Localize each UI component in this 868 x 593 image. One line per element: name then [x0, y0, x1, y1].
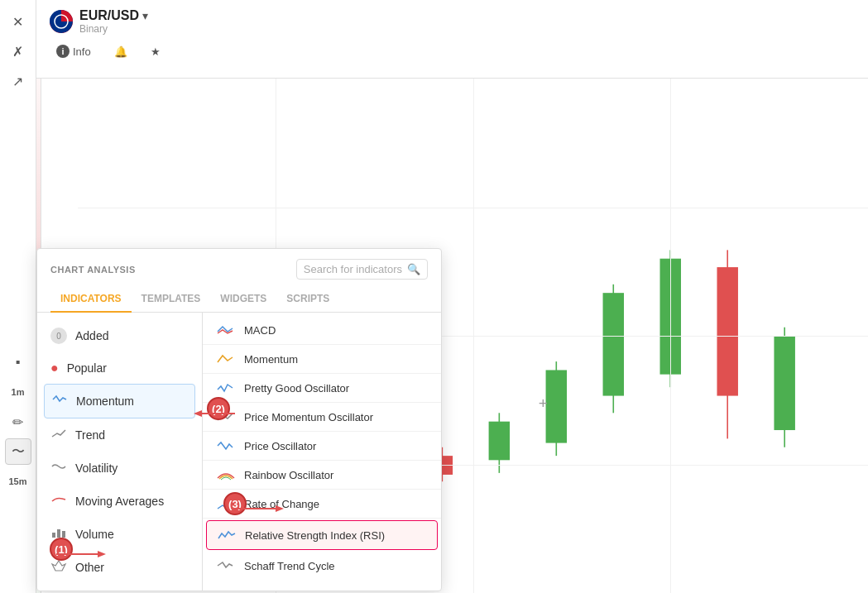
- volatility-icon: [50, 460, 67, 476]
- oscillator-button[interactable]: 〜: [5, 438, 31, 465]
- macd-label: MACD: [244, 324, 276, 337]
- panel-header: CHART ANALYSIS Search for indicators 🔍: [37, 249, 441, 280]
- tab-indicators[interactable]: INDICATORS: [50, 286, 132, 313]
- rainbow-label: Rainbow Oscillator: [244, 469, 333, 481]
- indicator-list: MACD Momentum Pretty Good Oscillator Pri…: [203, 313, 441, 577]
- panel-body: 0 Added ● Popular Momentum Trend: [37, 313, 441, 591]
- stc-label: Schaff Trend Cycle: [244, 560, 335, 572]
- tab-widgets[interactable]: WIDGETS: [210, 286, 276, 313]
- svg-rect-17: [546, 370, 567, 442]
- left-toolbar: ✕ ✗ ↗ ▪ 1m ✏ 〜 15m: [0, 0, 36, 593]
- category-volatility[interactable]: Volatility: [37, 452, 202, 485]
- rsi-label: Relative Strength Index (RSI): [245, 529, 385, 542]
- popular-label: Popular: [67, 361, 107, 375]
- panel-title: CHART ANALYSIS: [50, 265, 136, 275]
- popular-icon: ●: [50, 361, 59, 375]
- category-added[interactable]: 0 Added: [37, 319, 202, 352]
- category-popular[interactable]: ● Popular: [37, 352, 202, 384]
- star-button[interactable]: ★: [144, 42, 167, 61]
- star-icon: ★: [151, 45, 161, 58]
- search-icon[interactable]: 🔍: [407, 263, 420, 275]
- bell-icon: 🔔: [114, 45, 127, 58]
- dropdown-arrow: ▾: [142, 9, 148, 22]
- panel-tabs: INDICATORS TEMPLATES WIDGETS SCRIPTS: [37, 286, 441, 313]
- annotation-3: (3): [223, 492, 247, 515]
- currency-info: EUR/USD ▾ Binary: [50, 8, 148, 35]
- indicator-momentum[interactable]: Momentum: [203, 345, 441, 374]
- other-icon: [50, 559, 67, 576]
- currency-pair-text: EUR/USD: [79, 8, 139, 23]
- info-label: Info: [73, 45, 91, 58]
- annotation-1: (1): [50, 538, 73, 561]
- roc-label: Rate of Change: [244, 498, 319, 510]
- tab-scripts[interactable]: SCRIPTS: [276, 286, 339, 313]
- arrow-button[interactable]: ↗: [5, 68, 31, 94]
- indicator-rsi[interactable]: Relative Strength Index (RSI): [206, 520, 438, 550]
- pgo-label: Pretty Good Oscillator: [244, 382, 349, 395]
- indicator-macd[interactable]: MACD: [203, 316, 441, 345]
- svg-rect-23: [717, 267, 737, 396]
- settings-button[interactable]: ▪: [5, 349, 31, 375]
- bell-button[interactable]: 🔔: [108, 42, 134, 61]
- indicator-rainbow[interactable]: Rainbow Oscillator: [203, 461, 441, 490]
- svg-rect-25: [774, 336, 794, 430]
- search-placeholder: Search for indicators: [304, 263, 402, 275]
- po-label: Price Oscillator: [244, 440, 316, 452]
- svg-text:+: +: [539, 395, 548, 412]
- indicator-stc[interactable]: Schaff Trend Cycle: [203, 552, 441, 577]
- draw-button[interactable]: ✏: [5, 409, 31, 435]
- tf-15m-button[interactable]: 15m: [5, 468, 31, 495]
- added-count: 0: [50, 328, 67, 344]
- svg-rect-29: [62, 531, 65, 538]
- indicator-po[interactable]: Price Oscillator: [203, 432, 441, 461]
- category-moving-averages[interactable]: Moving Averages: [37, 485, 202, 518]
- svg-rect-15: [489, 422, 510, 461]
- search-bar[interactable]: Search for indicators 🔍: [296, 259, 428, 280]
- currency-type: Binary: [79, 23, 148, 35]
- svg-rect-28: [57, 529, 60, 538]
- header-actions: i Info 🔔 ★: [50, 41, 167, 61]
- pin-button[interactable]: ✗: [5, 38, 31, 65]
- indicator-pmo[interactable]: Price Momentum Oscillator: [203, 403, 441, 432]
- svg-rect-19: [603, 293, 624, 395]
- other-label: Other: [75, 561, 104, 574]
- trend-label: Trend: [75, 428, 105, 442]
- currency-flag: [50, 10, 73, 33]
- info-icon: i: [56, 45, 70, 58]
- svg-marker-30: [52, 561, 65, 571]
- momentum-label: Momentum: [76, 395, 134, 408]
- added-label: Added: [75, 329, 108, 342]
- trend-icon: [50, 427, 67, 443]
- tab-templates[interactable]: TEMPLATES: [132, 286, 211, 313]
- svg-rect-27: [52, 533, 55, 538]
- chart-analysis-panel: CHART ANALYSIS Search for indicators 🔍 I…: [36, 248, 442, 591]
- momentum-icon: [51, 393, 68, 409]
- volatility-label: Volatility: [75, 461, 117, 475]
- moving-averages-icon: [50, 493, 67, 509]
- close-button[interactable]: ✕: [5, 8, 31, 35]
- annotation-2: (2): [207, 397, 230, 420]
- indicator-pgo[interactable]: Pretty Good Oscillator: [203, 374, 441, 403]
- top-header: EUR/USD ▾ Binary i Info 🔔 ★: [36, 0, 868, 79]
- pmo-label: Price Momentum Oscillator: [244, 411, 373, 423]
- category-momentum[interactable]: Momentum: [44, 384, 195, 418]
- momentum-label: Momentum: [244, 353, 298, 366]
- category-trend[interactable]: Trend: [37, 418, 202, 452]
- info-button[interactable]: i Info: [50, 41, 98, 61]
- volume-label: Volume: [75, 528, 114, 541]
- moving-averages-label: Moving Averages: [75, 495, 164, 508]
- tf-1m-button[interactable]: 1m: [5, 379, 31, 405]
- currency-pair-label: EUR/USD ▾ Binary: [79, 8, 148, 35]
